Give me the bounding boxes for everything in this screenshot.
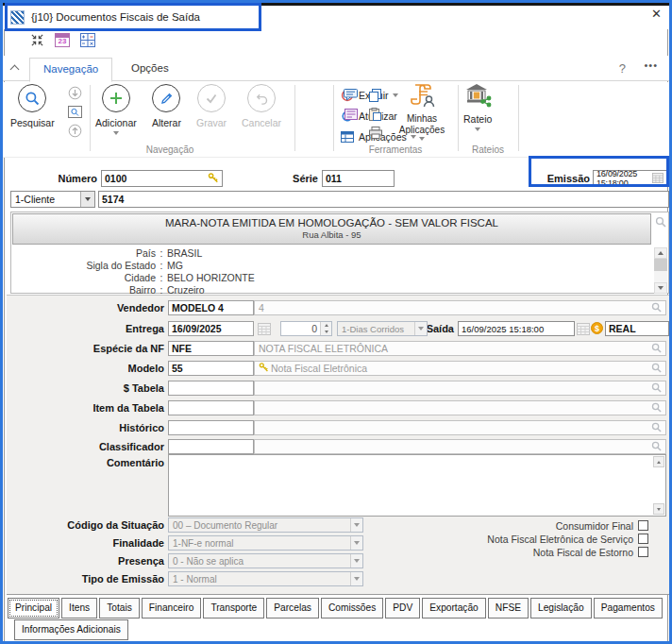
tab-exportacao[interactable]: Exportação [422, 598, 486, 619]
rateio-button[interactable]: Rateio [463, 82, 492, 131]
tab-principal[interactable]: Principal [8, 598, 59, 619]
cliente-input[interactable]: 5174 [98, 191, 669, 208]
stepper-up-icon[interactable] [321, 322, 331, 329]
lookup-icon[interactable] [651, 422, 662, 434]
chevron-down-icon[interactable] [350, 572, 362, 585]
tab-informacoes-adicionais[interactable]: Informações Adicionais [14, 619, 128, 640]
presenca-label: Presença [7, 555, 164, 567]
group-separator [518, 85, 519, 151]
quick-access-toolbar: 23 [28, 32, 96, 48]
finalidade-select[interactable]: 1-NF-e normal [168, 535, 363, 551]
tabela-code-input[interactable] [168, 381, 254, 396]
nf-estorno-checkbox[interactable] [638, 547, 648, 557]
entrega-days-stepper[interactable]: 0 [280, 321, 332, 336]
scroll-up-icon[interactable] [653, 456, 664, 467]
chevron-down-icon[interactable] [350, 536, 362, 550]
emissao-label: Emissão [537, 173, 590, 184]
client-name: MARA-NOTA EMITIDA EM HOMOLOGAÇÃO - SEM V… [13, 217, 650, 229]
scroll-up-icon[interactable] [654, 247, 667, 259]
tab-pagamentos[interactable]: Pagamentos [594, 598, 663, 619]
especie-code-input[interactable]: NFE [168, 341, 254, 356]
tipo-emissao-select[interactable]: 1 - Normal [168, 571, 363, 586]
calendar-picker-icon[interactable] [577, 322, 590, 334]
client-lookup-icon[interactable] [655, 214, 666, 231]
adicionar-button[interactable]: Adicionar [95, 84, 137, 135]
address-scrollbar[interactable] [654, 247, 667, 294]
lookup-icon[interactable] [651, 402, 662, 415]
tab-navegacao[interactable]: Navegação [29, 58, 112, 82]
help-icon[interactable]: ? [619, 61, 626, 76]
paste-button[interactable] [367, 106, 383, 122]
entrega-label: Entrega [7, 323, 164, 334]
cancelar-button[interactable]: Cancelar [242, 84, 281, 128]
saida-input[interactable]: 16/09/2025 15:18:00 [458, 321, 575, 336]
finalidade-label: Finalidade [7, 537, 164, 549]
historico-label: Histórico [7, 422, 164, 433]
item-tabela-code-input[interactable] [168, 400, 254, 415]
detail-list-button[interactable] [343, 106, 359, 122]
shrink-icon[interactable] [28, 32, 45, 48]
chevron-down-icon[interactable] [350, 518, 362, 532]
calendar-icon[interactable]: 23 [55, 33, 70, 47]
ribbon-collapse-icon[interactable] [10, 63, 19, 72]
comentario-textarea[interactable] [168, 454, 666, 517]
historico-code-input[interactable] [168, 420, 254, 435]
copy-button[interactable] [367, 87, 383, 103]
tab-itens[interactable]: Itens [61, 598, 97, 619]
entrega-mode-select[interactable]: 1-Dias Corridos [337, 321, 428, 336]
ribbon-group-navegacao: Pesquisar [8, 82, 331, 156]
tab-financeiro[interactable]: Financeiro [142, 598, 202, 619]
tab-parcelas[interactable]: Parcelas [266, 598, 319, 619]
emissao-input[interactable]: 16/09/2025 15:18:00 [593, 170, 667, 187]
message-button[interactable] [343, 87, 359, 103]
modelo-code-input[interactable]: 55 [168, 361, 254, 376]
calculator-icon[interactable] [79, 32, 96, 48]
pesquisar-button[interactable]: Pesquisar [10, 84, 55, 128]
serie-input[interactable]: 011 [322, 170, 395, 187]
group-separator [458, 85, 459, 151]
chevron-down-icon[interactable] [414, 322, 427, 335]
nav-up-button[interactable] [67, 123, 83, 139]
chevron-down-icon[interactable] [350, 554, 362, 568]
consumidor-final-checkbox[interactable] [638, 520, 648, 531]
tab-nfse[interactable]: NFSE [488, 598, 529, 619]
print-button[interactable] [367, 125, 383, 141]
calendar-picker-icon[interactable] [652, 173, 664, 185]
scroll-down-icon[interactable] [654, 282, 667, 294]
situacao-select[interactable]: 00 – Documento Regular [168, 517, 363, 533]
more-options-icon[interactable]: ••• [644, 59, 658, 71]
checkbox-row: Nota Fiscal de Estorno [533, 546, 648, 558]
scrollbar-thumb[interactable] [654, 259, 667, 271]
cliente-type-select[interactable]: 1-Cliente [10, 191, 95, 208]
stepper-down-icon[interactable] [321, 329, 331, 335]
tab-transporte[interactable]: Transporte [203, 598, 264, 619]
lookup-icon[interactable] [651, 441, 662, 453]
classificador-label: Classificador [7, 441, 164, 452]
tab-legislacao[interactable]: Legislação [530, 598, 592, 619]
tab-pdv[interactable]: PDV [385, 598, 420, 619]
presenca-select[interactable]: 0 - Não se aplica [168, 553, 363, 568]
alterar-button[interactable]: Alterar [152, 84, 181, 128]
chevron-down-icon[interactable] [80, 192, 94, 207]
entrega-date-input[interactable]: 16/09/2025 [168, 321, 254, 336]
lookup-icon[interactable] [651, 302, 662, 314]
vendedor-code-input[interactable]: MODELO 4 [168, 300, 254, 315]
minhas-aplicacoes-button[interactable]: Minhas Aplicações [388, 82, 456, 141]
nfse-servico-checkbox[interactable] [638, 534, 648, 544]
nav-down-button[interactable] [67, 85, 83, 101]
gravar-button[interactable]: Gravar [196, 84, 227, 128]
lookup-icon[interactable] [651, 363, 662, 375]
tab-totais[interactable]: Totais [99, 598, 140, 619]
calendar-picker-icon[interactable] [258, 322, 271, 334]
group-separator [90, 85, 91, 151]
moeda-field[interactable]: REAL [605, 321, 669, 336]
scroll-down-icon[interactable] [653, 503, 664, 515]
lookup-icon[interactable] [651, 382, 662, 395]
app-logo-icon [10, 10, 25, 25]
numero-input[interactable]: 0100 [101, 170, 223, 187]
tab-comissoes[interactable]: Comissões [321, 598, 383, 619]
quick-search-button[interactable] [67, 104, 83, 120]
lookup-icon[interactable] [651, 343, 662, 355]
tab-opcoes[interactable]: Opções [118, 58, 182, 82]
classificador-code-input[interactable] [168, 439, 254, 454]
